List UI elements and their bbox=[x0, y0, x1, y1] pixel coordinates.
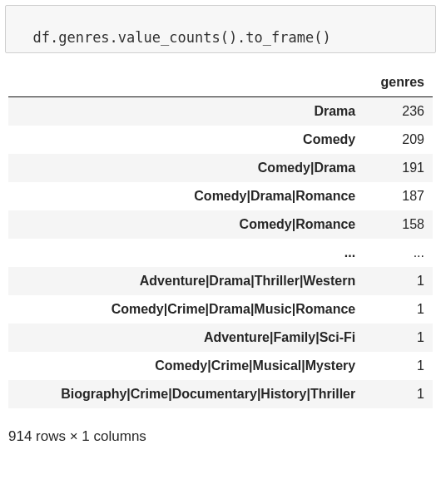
table-row: Comedy|Crime|Drama|Music|Romance1 bbox=[8, 295, 433, 324]
row-index: Comedy|Drama bbox=[8, 154, 364, 182]
row-value: 236 bbox=[364, 97, 433, 126]
table-row: Adventure|Family|Sci-Fi1 bbox=[8, 324, 433, 352]
row-value: 1 bbox=[364, 295, 433, 324]
row-index: Comedy|Crime|Drama|Music|Romance bbox=[8, 295, 364, 324]
output-area: genres Drama236 Comedy209 Comedy|Drama19… bbox=[0, 53, 441, 417]
table-row: Comedy|Drama191 bbox=[8, 154, 433, 182]
row-index: Comedy|Romance bbox=[8, 210, 364, 239]
code-input-cell[interactable]: df.genres.value_counts().to_frame() bbox=[5, 5, 436, 53]
table-body: Drama236 Comedy209 Comedy|Drama191 Comed… bbox=[8, 97, 433, 409]
row-index: Biography|Crime|Documentary|History|Thri… bbox=[8, 380, 364, 408]
row-value: 1 bbox=[364, 267, 433, 295]
table-row: Biography|Crime|Documentary|History|Thri… bbox=[8, 380, 433, 408]
row-index: Comedy|Drama|Romance bbox=[8, 182, 364, 210]
row-index: Comedy|Crime|Musical|Mystery bbox=[8, 352, 364, 380]
row-value: 187 bbox=[364, 182, 433, 210]
row-index: ... bbox=[8, 239, 364, 267]
dataframe-table: genres Drama236 Comedy209 Comedy|Drama19… bbox=[8, 68, 433, 408]
code-text: df.genres.value_counts().to_frame() bbox=[32, 29, 330, 46]
row-value: 1 bbox=[364, 352, 433, 380]
row-value: 158 bbox=[364, 210, 433, 239]
dataframe-dimensions: 914 rows × 1 columns bbox=[0, 417, 441, 453]
row-index: Drama bbox=[8, 97, 364, 126]
row-value: 191 bbox=[364, 154, 433, 182]
table-row: Comedy|Crime|Musical|Mystery1 bbox=[8, 352, 433, 380]
table-row: Drama236 bbox=[8, 97, 433, 126]
table-row: Adventure|Drama|Thriller|Western1 bbox=[8, 267, 433, 295]
row-index: Adventure|Drama|Thriller|Western bbox=[8, 267, 364, 295]
table-row: Comedy|Romance158 bbox=[8, 210, 433, 239]
row-index: Adventure|Family|Sci-Fi bbox=[8, 324, 364, 352]
row-value: ... bbox=[364, 239, 433, 267]
row-value: 1 bbox=[364, 380, 433, 408]
table-row: ...... bbox=[8, 239, 433, 267]
row-value: 1 bbox=[364, 324, 433, 352]
row-value: 209 bbox=[364, 126, 433, 154]
column-header: genres bbox=[364, 68, 433, 97]
table-row: Comedy|Drama|Romance187 bbox=[8, 182, 433, 210]
table-row: Comedy209 bbox=[8, 126, 433, 154]
row-index: Comedy bbox=[8, 126, 364, 154]
index-header-blank bbox=[8, 68, 364, 97]
